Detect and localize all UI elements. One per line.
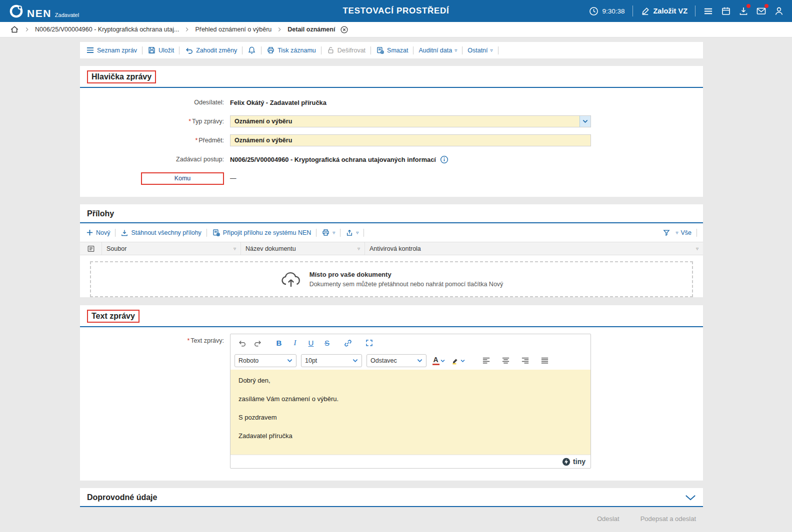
align-center-button[interactable] <box>498 354 513 368</box>
highlight-color-button[interactable] <box>450 354 466 368</box>
dropdown-arrow-icon: ▿ <box>676 230 678 235</box>
audit-data-button[interactable]: Auditní data ▿ <box>418 47 457 54</box>
calendar-button[interactable] <box>721 6 731 16</box>
column-filter-button[interactable]: ▿ <box>234 246 236 251</box>
align-justify-button[interactable] <box>537 354 552 368</box>
bell-icon <box>248 46 256 55</box>
home-button[interactable] <box>10 25 19 34</box>
notifications-button[interactable] <box>248 46 256 55</box>
message-list-button[interactable]: Seznam zpráv <box>86 46 137 54</box>
delete-button[interactable]: Smazat <box>376 46 408 54</box>
subject-input[interactable] <box>230 134 591 146</box>
editor-content[interactable]: Dobrý den, zasíláme Vám oznámení o výběr… <box>230 370 590 455</box>
accompanying-data-section-head: Doprovodné údaje <box>80 488 703 507</box>
send-button[interactable]: Odeslat <box>597 515 620 523</box>
column-header-antivirova-kontrola[interactable]: Antivirová kontrola ▿ <box>365 242 703 255</box>
fullscreen-button[interactable] <box>362 336 376 350</box>
logo-text: NEN <box>27 8 52 18</box>
align-right-button[interactable] <box>518 354 532 368</box>
sign-and-send-button[interactable]: Podepsat a odeslat <box>640 515 696 523</box>
unlock-icon <box>326 46 335 54</box>
undo-button[interactable] <box>234 336 250 350</box>
print-record-button[interactable]: Tisk záznamu <box>266 46 316 54</box>
expand-section-button[interactable] <box>685 495 696 501</box>
chevron-down-icon <box>460 359 465 363</box>
chevron-down-icon <box>582 119 588 123</box>
paragraph-format-select[interactable]: Odstavec <box>366 354 426 367</box>
download-all-button[interactable]: Stáhnout všechny přílohy <box>120 229 201 237</box>
toolbar-divider <box>321 46 322 54</box>
strikethrough-button[interactable]: S <box>320 336 334 350</box>
attach-from-nen-icon <box>212 228 220 237</box>
column-header-nazev-dokumentu[interactable]: Název dokumentu ▿ <box>241 242 365 255</box>
hamburger-icon <box>703 6 714 16</box>
other-actions-button[interactable]: Ostatní ▿ <box>468 47 492 54</box>
undo-icon <box>184 46 194 54</box>
other-actions-label: Ostatní <box>468 47 488 54</box>
align-center-icon <box>502 357 510 364</box>
insert-link-button[interactable] <box>340 336 356 350</box>
recipient-label-cell: Komu <box>80 172 230 185</box>
messages-button[interactable] <box>756 6 766 16</box>
chevron-down-icon <box>440 359 445 363</box>
user-button[interactable] <box>774 6 784 16</box>
underline-button[interactable]: U <box>304 336 318 350</box>
toolbar-divider <box>498 46 498 54</box>
discard-changes-button[interactable]: Zahodit změny <box>184 46 237 54</box>
align-justify-icon <box>540 357 549 364</box>
print-attachments-button[interactable]: ▿ <box>322 228 335 237</box>
redo-button[interactable] <box>250 336 266 350</box>
procedure-value: N006/25/V00004960 - Kryptografická ochra… <box>230 156 436 163</box>
audit-data-label: Auditní data <box>418 47 452 54</box>
message-type-label: *Typ zprávy: <box>80 118 230 125</box>
toolbar-divider <box>340 229 340 237</box>
new-attachment-button[interactable]: Nový <box>86 229 110 236</box>
main-menu-button[interactable] <box>703 6 714 16</box>
font-color-button[interactable]: A <box>431 354 446 368</box>
bold-button[interactable]: B <box>272 336 286 350</box>
column-chooser-cell[interactable] <box>80 242 102 255</box>
column-filter-button[interactable]: ▿ <box>358 246 360 251</box>
procedure-info-button[interactable] <box>440 155 448 164</box>
editor-statusbar: tiny <box>230 455 590 468</box>
view-filter-button[interactable]: ▿ Vše <box>676 229 692 236</box>
font-size-select[interactable]: 10pt <box>301 354 362 367</box>
editor-paragraph: Dobrý den, <box>238 377 582 385</box>
font-family-select[interactable]: Roboto <box>234 354 296 367</box>
editor-toolbar-top: B I U S <box>230 334 590 352</box>
message-type-select[interactable]: Oznámení o výběru <box>230 115 591 127</box>
attach-from-nen-button[interactable]: Připojit přílohu ze systému NEN <box>212 228 311 237</box>
filter-button[interactable] <box>662 229 670 237</box>
calendar-icon <box>721 6 731 16</box>
server-time: 9:30:38 <box>589 6 624 16</box>
breadcrumb-item-detail: Detail oznámení <box>288 26 335 33</box>
toolbar-divider <box>242 46 242 54</box>
documents-dropzone[interactable]: Místo pro vaše dokumenty Dokumenty sem m… <box>90 261 693 297</box>
home-icon <box>10 25 19 34</box>
export-attachments-button[interactable]: ▿ <box>346 229 358 237</box>
notification-dot <box>764 4 768 8</box>
select-dropdown-button[interactable] <box>580 116 590 127</box>
create-vz-button[interactable]: Založit VZ <box>640 6 688 16</box>
close-tab-button[interactable] <box>340 25 348 34</box>
italic-button[interactable]: I <box>288 336 302 350</box>
downloads-button[interactable] <box>738 6 748 16</box>
font-color-letter: A <box>433 356 438 363</box>
required-asterisk: * <box>195 137 198 144</box>
column-header-soubor[interactable]: Soubor ▿ <box>102 242 241 255</box>
column-header-label: Název dokumentu <box>246 245 296 252</box>
editor-paragraph: zasíláme Vám oznámení o výběru. <box>238 395 582 403</box>
edit-icon <box>640 6 650 16</box>
nen-logo[interactable]: NEN Zadavatel <box>9 4 79 18</box>
annotation-box: Hlavička zprávy <box>87 70 156 83</box>
breadcrumb-item-procedure[interactable]: N006/25/V00004960 - Kryptografická ochra… <box>35 26 179 33</box>
section-title: Přílohy <box>87 209 114 218</box>
dropdown-arrow-icon: ▿ <box>356 230 358 235</box>
section-title: Hlavička zprávy <box>92 72 152 81</box>
breadcrumb-item-overview[interactable]: Přehled oznámení o výběru <box>195 26 272 33</box>
align-left-button[interactable] <box>478 354 494 368</box>
column-filter-button[interactable]: ▿ <box>696 246 698 251</box>
server-time-value: 9:30:38 <box>602 7 624 15</box>
save-button[interactable]: Uložit <box>148 46 174 54</box>
recipient-button[interactable]: Komu <box>141 172 224 185</box>
